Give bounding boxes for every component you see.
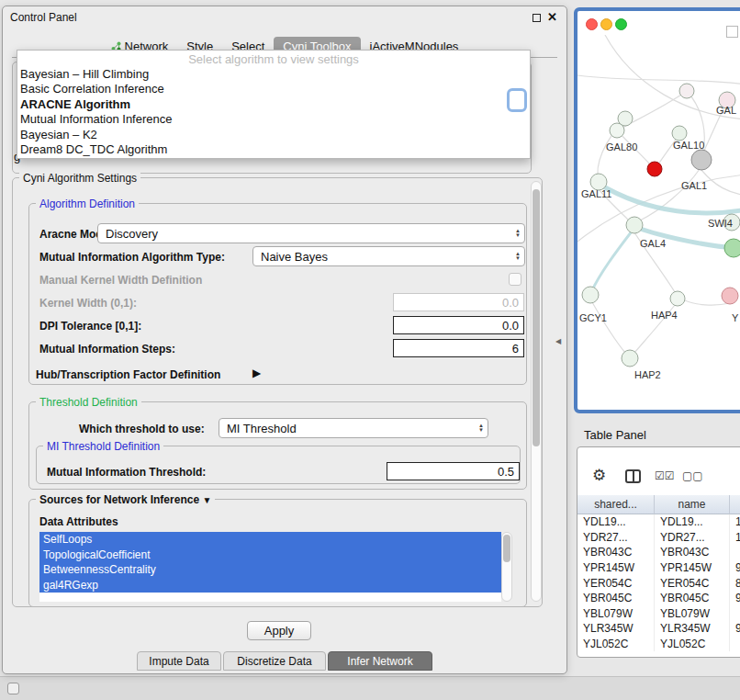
- algorithm-option[interactable]: Mutual Information Inference: [17, 112, 530, 127]
- sources-group-title[interactable]: Sources for Network Inference ▼: [36, 493, 215, 506]
- expand-arrow-icon[interactable]: ▶: [252, 367, 261, 379]
- column-header-extra[interactable]: [730, 495, 740, 514]
- algorithm-option-selected[interactable]: ARACNE Algorithm: [17, 97, 530, 112]
- zoom-traffic-light[interactable]: [615, 18, 627, 30]
- table-row[interactable]: YDR27...YDR27...12: [577, 530, 740, 546]
- table-toolbar: ⚙ ☑☑ ▢▢: [577, 447, 740, 493]
- tab-discretize-data[interactable]: Discretize Data: [223, 651, 326, 671]
- close-traffic-light[interactable]: [586, 18, 598, 30]
- table-panel-window: ⚙ ☑☑ ▢▢ shared... name YDL19...YDL19...1…: [577, 446, 740, 658]
- list-scrollbar-thumb[interactable]: [503, 535, 510, 562]
- cell[interactable]: YJL052C: [577, 637, 655, 652]
- cell[interactable]: 8.: [730, 575, 740, 591]
- cell[interactable]: [730, 606, 740, 622]
- svg-text:HAP4: HAP4: [651, 310, 678, 321]
- which-threshold-label: Which threshold to use:: [79, 423, 205, 435]
- table-row[interactable]: YBL079WYBL079W: [577, 606, 740, 622]
- kernel-width-label: Kernel Width (0,1):: [39, 297, 137, 310]
- list-item[interactable]: BetweennessCentrality: [39, 562, 501, 578]
- table-row[interactable]: YDL19...YDL19...13: [577, 514, 740, 530]
- cell[interactable]: [730, 545, 740, 560]
- svg-text:SWI4: SWI4: [708, 218, 733, 229]
- cell[interactable]: YBR045C: [655, 591, 730, 606]
- hub-definition-toggle-label[interactable]: Hub/Transcription Factor Definition: [36, 368, 220, 381]
- mi-threshold-label: Mutual Information Threshold:: [47, 466, 206, 479]
- list-item[interactable]: SelfLoops: [39, 532, 501, 548]
- table-row[interactable]: YBR045CYBR045C9.: [577, 591, 740, 606]
- table-row[interactable]: YBR043CYBR043C: [577, 545, 740, 560]
- cell[interactable]: 12: [730, 530, 740, 546]
- table-row[interactable]: YJL052CYJL052C: [577, 637, 740, 652]
- cell[interactable]: YDL19...: [655, 514, 730, 530]
- svg-text:GAL1: GAL1: [681, 180, 707, 191]
- cell[interactable]: 9.: [730, 621, 740, 637]
- cell[interactable]: YBR045C: [577, 591, 655, 606]
- list-scrollbar[interactable]: [501, 532, 512, 602]
- deselect-all-icon[interactable]: ▢▢: [682, 469, 703, 482]
- collapse-arrow-icon[interactable]: ▼: [202, 495, 211, 505]
- cell[interactable]: YBL079W: [655, 606, 730, 622]
- tab-impute-data[interactable]: Impute Data: [137, 651, 221, 671]
- algorithm-option[interactable]: Bayesian – Hill Climbing: [17, 67, 530, 82]
- algorithm-option[interactable]: Dream8 DC_TDC Algorithm: [17, 142, 530, 157]
- cell[interactable]: YLR345W: [577, 621, 655, 637]
- cell[interactable]: YBR043C: [655, 545, 730, 560]
- cell[interactable]: 13: [730, 514, 740, 530]
- cell[interactable]: YDL19...: [577, 514, 655, 530]
- list-item[interactable]: TopologicalCoefficient: [39, 548, 501, 563]
- mi-type-select[interactable]: Naive Bayes ▲▼: [252, 246, 525, 266]
- tab-infer-network[interactable]: Infer Network: [328, 651, 432, 671]
- splitter-collapse-icon[interactable]: ◀: [555, 337, 561, 345]
- minimize-traffic-light[interactable]: [600, 18, 612, 30]
- settings-scrollbar[interactable]: [531, 181, 542, 602]
- network-canvas[interactable]: GAL GAL80 GAL10 GAL1 GAL11 SWI4 GAL4 GCY…: [577, 35, 740, 412]
- column-header-shared[interactable]: shared...: [577, 495, 655, 514]
- cell[interactable]: YER054C: [577, 575, 655, 591]
- manual-kernel-checkbox[interactable]: [509, 273, 521, 286]
- svg-text:GCY1: GCY1: [579, 312, 607, 323]
- which-threshold-value: MI Threshold: [227, 422, 297, 435]
- apply-button[interactable]: Apply: [247, 621, 311, 640]
- cell[interactable]: YER054C: [655, 575, 730, 591]
- data-attributes-list[interactable]: SelfLoops TopologicalCoefficient Between…: [39, 532, 501, 602]
- gear-icon[interactable]: ⚙: [592, 466, 606, 485]
- column-header-name[interactable]: name: [655, 495, 730, 514]
- cell[interactable]: 9.: [730, 591, 740, 606]
- mi-threshold-field[interactable]: 0.5: [387, 462, 520, 480]
- cell[interactable]: YPR145W: [577, 560, 655, 576]
- table-row[interactable]: YER054CYER054C8.: [577, 575, 740, 591]
- svg-text:GAL80: GAL80: [606, 141, 637, 152]
- mi-threshold-group-title: MI Threshold Definition: [43, 440, 163, 453]
- settings-scrollbar-thumb[interactable]: [533, 189, 540, 446]
- combo-arrows-icon: ▲▼: [510, 252, 521, 261]
- combo-focus-ring[interactable]: [507, 88, 527, 112]
- cell[interactable]: [730, 637, 740, 652]
- cell[interactable]: 9.: [730, 560, 740, 576]
- cell[interactable]: YDR27...: [655, 530, 730, 546]
- algorithm-option[interactable]: Basic Correlation Inference: [17, 82, 530, 96]
- float-button[interactable]: [533, 14, 541, 22]
- kernel-width-field[interactable]: 0.0: [393, 293, 524, 311]
- cell[interactable]: YBL079W: [577, 606, 655, 622]
- cell[interactable]: YPR145W: [655, 560, 730, 576]
- table-row[interactable]: YPR145WYPR145W9.: [577, 560, 740, 576]
- svg-text:Y: Y: [732, 312, 739, 323]
- mi-steps-field[interactable]: 6: [393, 339, 524, 357]
- list-item[interactable]: gal4RGexp: [39, 578, 501, 593]
- aracne-mode-select[interactable]: Discovery ▲▼: [97, 223, 525, 243]
- cell[interactable]: YJL052C: [655, 637, 730, 652]
- dpi-tolerance-label: DPI Tolerance [0,1]:: [39, 320, 141, 333]
- control-panel-titlebar[interactable]: Control Panel ✕: [3, 6, 566, 28]
- dpi-tolerance-field[interactable]: 0.0: [393, 316, 524, 334]
- which-threshold-select[interactable]: MI Threshold ▲▼: [219, 418, 488, 438]
- cell[interactable]: YLR345W: [655, 621, 730, 637]
- dock-panel-icon[interactable]: [7, 683, 19, 694]
- cell[interactable]: YDR27...: [577, 530, 655, 546]
- algorithm-option[interactable]: Bayesian – K2: [17, 128, 530, 142]
- cell[interactable]: YBR043C: [577, 545, 655, 560]
- table-row[interactable]: YLR345WYLR345W9.: [577, 621, 740, 637]
- window-title: Control Panel: [10, 11, 77, 24]
- select-all-icon[interactable]: ☑☑: [655, 469, 675, 482]
- close-button[interactable]: ✕: [547, 10, 557, 24]
- columns-icon[interactable]: [625, 469, 641, 483]
